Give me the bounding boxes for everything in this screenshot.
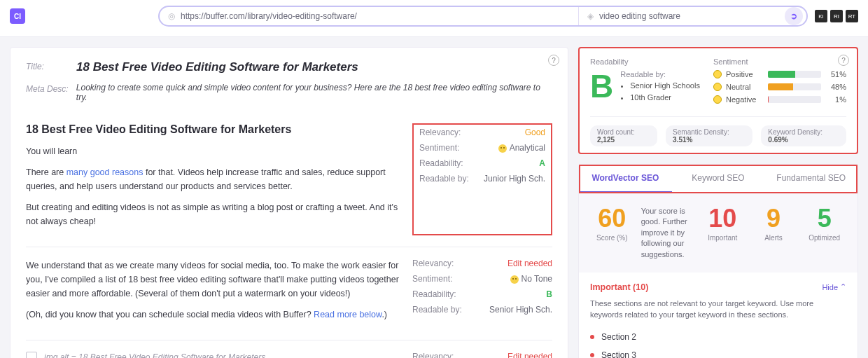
readability-value: A (539, 158, 545, 168)
readableby-value: Senior High Sch. (489, 305, 552, 315)
globe-icon: ◎ (168, 11, 175, 21)
emoji-icon (510, 275, 519, 284)
topbar: CI ◎ https://buffer.com/library/video-ed… (0, 0, 868, 37)
target-icon: ◈ (587, 11, 594, 21)
top-right-badges: KI RI RT (815, 10, 858, 22)
relevancy-value: Good (525, 128, 545, 137)
readability-value: B (546, 289, 552, 299)
stat-chips: Word count: 2,125 Semantic Density: 3.51… (590, 116, 846, 146)
score-value: 60 (590, 206, 634, 231)
readability-sentiment-card: ? Readability B Readable by: Senior High… (578, 47, 858, 154)
score-text: Your score is good. Further improve it b… (641, 206, 694, 260)
issue-item[interactable]: Section 2 (590, 328, 846, 346)
go-button[interactable]: ➲ (785, 7, 803, 25)
section-metrics: Relevancy:Edit needed Sentiment:Tentativ… (412, 352, 552, 358)
section-text: But creating and editing videos is not a… (26, 200, 401, 228)
relevancy-value: Edit needed (507, 259, 552, 268)
badge-ki[interactable]: KI (815, 10, 827, 22)
face-icon (713, 83, 722, 91)
tab-fundamental[interactable]: Fundamental SEO (764, 165, 858, 193)
sentiment-row: Negative1% (713, 95, 846, 104)
readability-title: Readability (590, 57, 702, 66)
section-text: (Oh, did you know that you can schedule … (26, 308, 401, 322)
alerts-value: 9 (752, 206, 796, 231)
dot-icon (590, 335, 594, 339)
sentiment-row: Positive51% (713, 70, 846, 78)
tab-keyword[interactable]: Keyword SEO (672, 165, 765, 193)
section-text: There are many good reasons for that. Vi… (26, 165, 401, 193)
sentiment-value: Analytical (498, 143, 545, 153)
face-icon (713, 70, 722, 78)
list-item: 10th Grader (630, 92, 700, 104)
issues-title: Important (10) (590, 282, 648, 292)
keyword-field[interactable]: ◈ video editing software ➲ (578, 7, 806, 25)
sentiment-label: Negative (726, 95, 764, 104)
desc-label: Meta Desc: (26, 83, 76, 102)
section: We understand that as we create many vid… (26, 247, 552, 340)
issues-panel: Important (10) Hide ⌃ These sections are… (579, 273, 858, 358)
score-row: 60 Score (%) Your score is good. Further… (579, 193, 858, 273)
content-card: ? Title: 18 Best Free Video Editing Soft… (10, 47, 568, 358)
hide-toggle[interactable]: Hide ⌃ (822, 282, 846, 291)
section-text: We understand that as we create many vid… (26, 259, 401, 301)
issue-item[interactable]: Section 3 (590, 346, 846, 358)
badge-rt[interactable]: RT (846, 10, 858, 22)
sentiment-label: Positive (726, 70, 764, 78)
sentiment-value: No Tone (510, 274, 552, 284)
page-title: 18 Best Free Video Editing Software for … (76, 60, 358, 74)
sentiment-bar (768, 83, 821, 90)
keyword-density-chip: Keyword Density: 0.69% (761, 125, 846, 146)
title-label: Title: (26, 60, 76, 74)
meta-desc: Looking to create some quick and simple … (76, 83, 552, 102)
optimized-value: 5 (802, 206, 846, 231)
tab-wordvector[interactable]: WordVector SEO (579, 165, 672, 193)
chevron-up-icon: ⌃ (840, 282, 846, 291)
sentiment-value: 1% (825, 95, 846, 104)
search-pill: ◎ https://buffer.com/library/video-editi… (158, 6, 808, 27)
help-icon[interactable]: ? (548, 55, 559, 66)
badge-ri[interactable]: RI (830, 10, 843, 22)
relevancy-value: Edit needed (507, 352, 552, 358)
url-field[interactable]: ◎ https://buffer.com/library/video-editi… (160, 7, 578, 25)
issues-desc: These sections are not relevant to your … (590, 298, 846, 321)
section-metrics: Relevancy:Edit needed Sentiment:No Tone … (412, 259, 552, 329)
list-item: Senior High Schools (630, 80, 700, 92)
img-alt-row: img alt = 18 Best Free Video Editing Sof… (26, 352, 401, 358)
face-icon (713, 95, 722, 104)
keyword-text: video editing software (599, 11, 680, 21)
sentiment-label: Neutral (726, 83, 764, 91)
word-count-chip: Word count: 2,125 (590, 125, 657, 146)
section: 18 Best Free Video Editing Software for … (26, 123, 552, 247)
sentiment-value: 48% (825, 83, 846, 91)
section-metrics: Relevancy:Good Sentiment:Analytical Read… (412, 123, 552, 235)
seo-tabs-card: WordVector SEO Keyword SEO Fundamental S… (578, 164, 858, 358)
readable-by-list: Senior High Schools 10th Grader (630, 80, 700, 103)
image-icon (26, 352, 37, 358)
sentiment-row: Neutral48% (713, 83, 846, 91)
important-value: 10 (701, 206, 745, 231)
section-heading: 18 Best Free Video Editing Software for … (26, 123, 401, 136)
emoji-icon (498, 144, 507, 153)
readableby-value: Junior High Sch. (484, 174, 545, 184)
link[interactable]: many good reasons (66, 167, 144, 177)
section-text: You will learn (26, 144, 401, 158)
help-icon[interactable]: ? (838, 55, 849, 66)
readability-grade: B (590, 70, 613, 102)
sentiment-title: Sentiment (713, 57, 846, 66)
link[interactable]: Read more below (314, 310, 382, 319)
sentiment-bar (768, 96, 821, 103)
dot-icon (590, 353, 594, 357)
sentiment-bar (768, 71, 821, 78)
sentiment-value: 51% (825, 70, 846, 78)
tablist: WordVector SEO Keyword SEO Fundamental S… (579, 165, 858, 193)
section: img alt = 18 Best Free Video Editing Sof… (26, 340, 552, 358)
semantic-density-chip: Semantic Density: 3.51% (666, 125, 752, 146)
url-text: https://buffer.com/library/video-editing… (181, 11, 357, 21)
app-logo: CI (10, 8, 25, 24)
